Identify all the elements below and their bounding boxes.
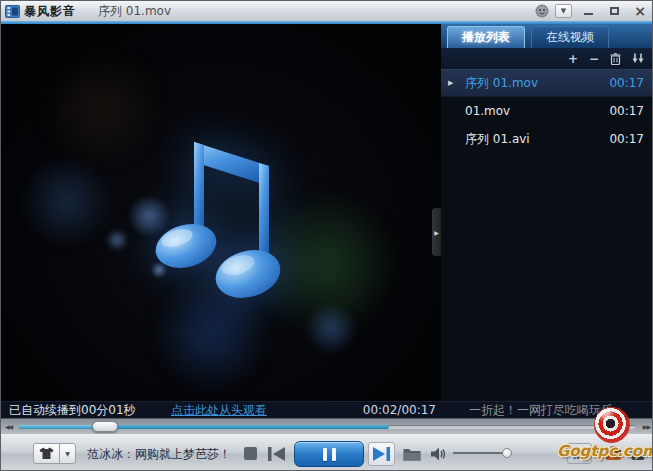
remove-icon[interactable]: − [589,53,599,65]
replay-from-start-link[interactable]: 点击此处从头观看 [171,402,267,418]
ad-marquee-text[interactable]: 范冰冰：网购就上梦芭莎！ [87,446,231,463]
playlist-items: ▶ 序列 01.mov 00:17 01.mov 00:17 序列 01.avi… [441,69,653,153]
time-display: 00:02/00:17 [363,402,436,418]
minimize-icon [584,13,593,15]
playlist-item-name: 01.mov [465,104,510,118]
statusbar: 已自动续播到00分01秒 点击此处从头观看 00:02/00:17 一折起！一网… [1,401,653,418]
chevron-right-icon: ▶ [434,229,439,236]
playlist-item-name: 序列 01.mov [465,75,538,92]
seek-bar[interactable] [19,425,636,429]
pause-icon [323,448,327,461]
playlist-item-name: 序列 01.avi [465,131,530,148]
next-button[interactable] [368,442,395,466]
folder-icon [403,447,421,461]
next-icon [373,447,390,461]
close-button[interactable]: × [630,3,650,19]
player-window: 暴风影音 序列 01.mov ▼ × [0,0,653,471]
previous-icon [268,447,285,461]
titlebar-dropdown-button[interactable]: ▼ [555,4,572,18]
volume-thumb[interactable] [502,448,512,458]
pause-button[interactable] [294,441,364,467]
control-bar: ▼ 范冰冰：网购就上梦芭莎！ [1,434,653,471]
seek-forward-icon[interactable]: ▶▶ [643,423,650,430]
seek-thumb[interactable] [92,421,118,432]
titlebar[interactable]: 暴风影音 序列 01.mov ▼ × [1,1,653,21]
playlist-item-duration: 00:17 [609,76,644,90]
bokeh-glow [19,154,114,249]
open-file-button[interactable] [400,443,424,464]
playlist-tabs: 播放列表 在线视频 [441,24,653,48]
sort-down-icon[interactable] [632,53,644,64]
playlist-item[interactable]: 序列 01.avi 00:17 [441,125,653,153]
music-note-artwork [131,119,311,309]
video-display-area[interactable]: ▶ [1,24,441,401]
trash-icon[interactable] [610,53,621,65]
playlist-item-duration: 00:17 [609,132,644,146]
playlist-toggle-button[interactable] [567,443,592,464]
playlist-collapse-handle[interactable]: ▶ [432,208,441,256]
tab-playlist[interactable]: 播放列表 [447,26,525,48]
now-playing-icon: ▶ [448,79,453,87]
previous-button[interactable] [263,443,289,464]
add-icon[interactable]: + [568,53,578,65]
stop-icon [244,447,257,460]
window-file-title: 序列 01.mov [98,3,171,20]
skin-button[interactable] [33,443,60,464]
chevron-down-icon: ▼ [561,7,566,15]
promo-text: 一折起！一网打尽吃喝玩乐 [441,402,641,418]
playlist-item[interactable]: 01.mov 00:17 [441,97,653,125]
tab-label: 播放列表 [462,29,510,46]
playlist-toolbar: + − [441,48,653,69]
tshirt-icon [39,447,54,460]
seek-row: ◀◀ ▶▶ [1,418,653,434]
volume-button[interactable] [428,443,450,464]
close-icon: × [634,4,646,18]
toolbar-divider [597,444,598,463]
feedback-smiley-icon[interactable] [535,4,549,18]
volume-slider[interactable] [453,452,511,454]
clip-edit-button[interactable] [627,443,650,464]
pencil-edit-icon [631,446,647,461]
seek-back-icon[interactable]: ◀◀ [5,423,12,430]
skin-dropdown-button[interactable]: ▼ [59,443,76,464]
speaker-icon [431,447,447,461]
bokeh-glow [306,304,356,354]
chevron-down-icon: ▼ [65,450,70,457]
pause-icon [332,448,336,461]
maximize-button[interactable] [604,3,624,19]
playlist-item[interactable]: ▶ 序列 01.mov 00:17 [441,69,653,97]
tab-online-video[interactable]: 在线视频 [531,26,609,48]
resume-status-text: 已自动续播到00分01秒 [9,402,136,418]
playlist-panel: 播放列表 在线视频 + − ▶ [441,24,653,401]
maximize-icon [610,7,619,15]
stop-button[interactable] [239,443,261,464]
app-logo-icon [5,5,20,18]
app-name: 暴风影音 [24,3,76,20]
minimize-button[interactable] [578,3,598,19]
playlist-list-icon [573,448,587,460]
tab-label: 在线视频 [546,29,594,46]
playlist-item-duration: 00:17 [609,104,644,118]
bokeh-glow [106,229,128,251]
volume-fill [453,452,507,454]
toolbox-button[interactable] [602,443,625,464]
toolbox-icon [605,446,622,461]
